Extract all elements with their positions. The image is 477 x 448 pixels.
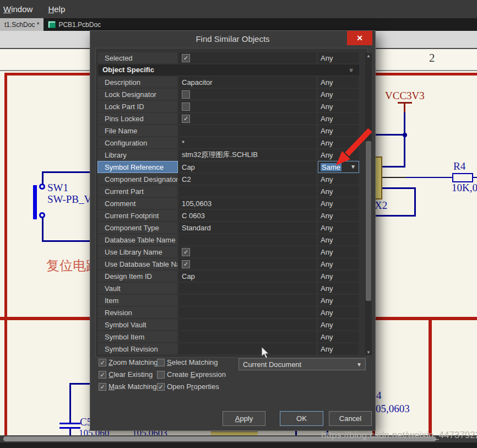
match-criteria-cell[interactable]: Any (318, 234, 359, 245)
property-value-cell[interactable]: ✓ (178, 113, 316, 124)
property-value-cell[interactable] (178, 234, 316, 245)
option-checkbox[interactable] (157, 371, 165, 379)
property-row[interactable]: Symbol Item Any (98, 331, 359, 342)
property-value-cell[interactable]: Cap (178, 161, 316, 172)
option-mask-matching[interactable]: ✓Mask Matching (99, 382, 157, 391)
match-criteria-cell[interactable]: Any (318, 52, 359, 63)
property-value-cell[interactable]: ✓ (178, 246, 316, 257)
option-create-expression[interactable]: Create Expression (157, 370, 226, 379)
ok-button[interactable]: OK (280, 411, 323, 426)
property-row[interactable]: Lock Designator Any (98, 89, 359, 100)
property-value-cell[interactable]: Cap (178, 271, 316, 282)
property-value-cell[interactable]: ✓ (178, 258, 316, 269)
property-row[interactable]: Database Table Name Any (98, 234, 359, 245)
property-row[interactable]: Symbol Vault Any (98, 319, 359, 330)
match-criteria-cell[interactable]: Any (318, 113, 359, 124)
property-row[interactable]: Description Capacitor Any (98, 77, 359, 88)
property-value-cell[interactable] (178, 319, 316, 330)
grid-vertical-scrollbar[interactable]: ▲ ▼ (365, 53, 372, 355)
property-row[interactable]: Vault Any (98, 283, 359, 294)
match-criteria-cell[interactable]: Any (318, 89, 359, 100)
property-value-cell[interactable] (178, 125, 316, 136)
property-row[interactable]: Library stm32原理图库.SCHLIB Any (98, 149, 359, 160)
property-row[interactable]: Comment 105,0603 Any (98, 198, 359, 209)
tab-schdoc[interactable]: t1.SchDoc * (0, 18, 44, 31)
property-row[interactable]: Revision Any (98, 307, 359, 318)
property-row[interactable]: Symbol Reference Cap Same▼ (98, 161, 359, 172)
property-row[interactable]: Selected ✓ Any (98, 52, 359, 63)
property-row[interactable]: Current Footprint C 0603 Any (98, 210, 359, 221)
property-row[interactable]: Configuration * Any (98, 137, 359, 148)
property-value-cell[interactable]: 105,0603 (178, 198, 316, 209)
value-checkbox[interactable]: ✓ (182, 248, 190, 256)
option-clear-existing[interactable]: ✓Clear Existing (99, 370, 157, 379)
collapse-chevron-icon[interactable]: » (348, 68, 356, 72)
option-checkbox[interactable]: ✓ (99, 359, 106, 366)
property-value-cell[interactable] (178, 283, 316, 294)
match-criteria-cell[interactable]: Any (318, 198, 359, 209)
property-row[interactable]: Use Database Table Nar ✓ Any (98, 258, 359, 269)
value-checkbox[interactable] (182, 102, 190, 111)
property-value-cell[interactable]: Capacitor (178, 77, 316, 88)
match-criteria-cell[interactable]: Any (318, 222, 359, 233)
cancel-button[interactable]: Cancel (329, 411, 372, 426)
property-value-cell[interactable]: C 0603 (178, 210, 316, 221)
match-criteria-cell[interactable]: Any (318, 307, 359, 318)
property-row[interactable]: Pins Locked ✓ Any (98, 113, 359, 124)
property-value-cell[interactable]: Standard (178, 222, 316, 233)
option-open-properties[interactable]: ✓Open Properties (157, 382, 226, 391)
match-criteria-cell[interactable]: Any (318, 77, 359, 88)
property-row[interactable]: Symbol Revision Any (98, 343, 359, 354)
tab-pcbdoc[interactable]: PCB1.PcbDoc (44, 18, 105, 31)
value-checkbox[interactable]: ✓ (182, 54, 190, 62)
property-value-cell[interactable] (178, 101, 316, 112)
match-criteria-cell[interactable]: Any (318, 271, 359, 282)
apply-button[interactable]: Apply (223, 411, 265, 426)
scroll-down-arrow[interactable]: ▼ (365, 349, 372, 355)
match-criteria-cell[interactable]: Any (318, 258, 359, 269)
property-value-cell[interactable] (178, 343, 316, 354)
option-checkbox[interactable]: ✓ (99, 371, 106, 379)
property-value-cell[interactable] (178, 331, 316, 342)
match-criteria-cell[interactable]: Any (318, 343, 359, 354)
property-row[interactable]: Component Designator C2 Any (98, 174, 359, 185)
match-criteria-cell[interactable]: Any (318, 331, 359, 342)
property-row[interactable]: Design Item ID Cap Any (98, 271, 359, 282)
option-zoom-matching[interactable]: ✓Zoom Matching (99, 358, 157, 366)
property-value-cell[interactable] (178, 295, 316, 306)
property-row[interactable]: Component Type Standard Any (98, 222, 359, 233)
match-criteria-cell[interactable]: Any (318, 186, 359, 197)
property-row[interactable]: File Name Any (98, 125, 359, 136)
match-criteria-cell[interactable]: Any (318, 174, 359, 185)
property-value-cell[interactable] (178, 186, 316, 197)
menu-help[interactable]: Help (48, 4, 65, 14)
close-button[interactable]: ✕ (347, 31, 372, 45)
value-checkbox[interactable]: ✓ (182, 115, 190, 123)
property-row[interactable]: Use Library Name ✓ Any (98, 246, 359, 257)
property-value-cell[interactable]: stm32原理图库.SCHLIB (178, 149, 316, 160)
option-checkbox[interactable]: ✓ (157, 383, 165, 391)
property-value-cell[interactable]: ✓ (178, 52, 316, 63)
property-value-cell[interactable]: C2 (178, 174, 316, 185)
match-criteria-cell[interactable]: Any (318, 246, 359, 257)
option-checkbox[interactable]: ✓ (99, 383, 106, 391)
match-criteria-cell[interactable]: Any (318, 101, 359, 112)
value-checkbox[interactable]: ✓ (182, 260, 190, 268)
property-row[interactable]: Lock Part ID Any (98, 101, 359, 112)
property-row[interactable]: Item Any (98, 295, 359, 306)
option-select-matching[interactable]: Select Matching (157, 358, 226, 366)
section-header[interactable]: Object Specific» (98, 64, 359, 75)
property-row[interactable]: Current Part Any (98, 186, 359, 197)
option-checkbox[interactable] (157, 359, 165, 366)
scroll-up-arrow[interactable]: ▲ (365, 53, 372, 59)
scope-dropdown[interactable]: Current Document ▼ (238, 358, 366, 370)
match-criteria-cell[interactable]: Any (318, 283, 359, 294)
match-criteria-cell[interactable]: Any (318, 210, 359, 221)
property-value-cell[interactable] (178, 89, 316, 100)
property-value-cell[interactable]: * (178, 137, 316, 148)
menu-window[interactable]: Window (3, 4, 32, 14)
match-criteria-cell[interactable]: Any (318, 295, 359, 306)
match-criteria-cell[interactable]: Any (318, 319, 359, 330)
value-checkbox[interactable] (182, 90, 190, 99)
property-value-cell[interactable] (178, 307, 316, 318)
